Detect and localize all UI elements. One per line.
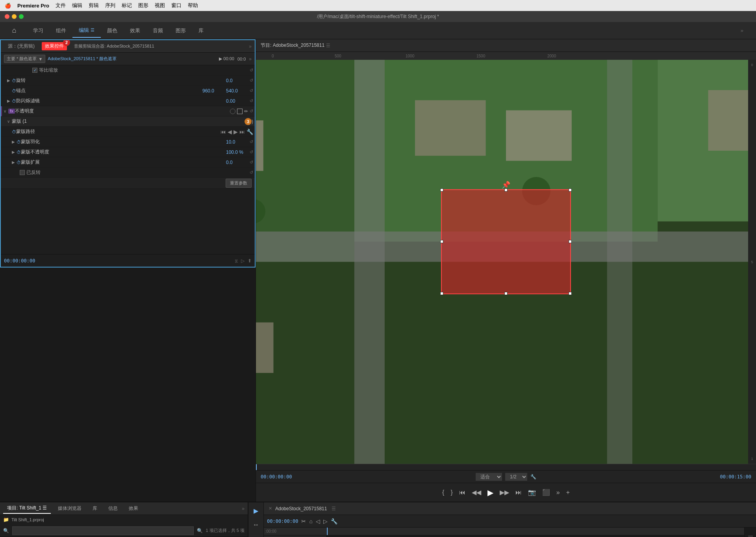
track-select-tool[interactable]: ↔ xyxy=(249,518,263,531)
play-button[interactable]: ▶ xyxy=(486,486,495,499)
menu-sequence[interactable]: 序列 xyxy=(105,2,115,9)
menu-help[interactable]: 帮助 xyxy=(188,2,198,9)
keyframe-icon-rotation[interactable]: ⏱ xyxy=(12,78,16,83)
export-icon[interactable]: ⬆ xyxy=(248,258,252,264)
effects-tab[interactable]: 效果 xyxy=(125,504,142,513)
monitor-time-display[interactable]: 00:00:00:00 xyxy=(261,474,292,480)
menu-window[interactable]: 窗口 xyxy=(171,2,182,9)
handle-bottom[interactable] xyxy=(504,292,508,295)
step-forward-icon[interactable]: ▶▶ xyxy=(498,487,511,498)
fit-dropdown[interactable]: 适合 25% 50% 100% xyxy=(476,473,502,481)
reset-expansion[interactable]: ↺ xyxy=(250,160,253,165)
quality-dropdown[interactable]: 1/2 1/4 Full xyxy=(505,473,527,481)
menu-view[interactable]: 视图 xyxy=(155,2,165,9)
nav-overflow[interactable]: » xyxy=(734,24,750,37)
multi-cam-icon[interactable]: ⬛ xyxy=(541,487,552,498)
reset-feather[interactable]: ↺ xyxy=(250,139,253,144)
mask-opacity-expand[interactable]: ▶ xyxy=(12,150,17,154)
nav-color[interactable]: 颜色 xyxy=(101,24,124,37)
mask-expansion-value[interactable]: 0.0 xyxy=(226,160,250,165)
home-button[interactable]: ⌂ xyxy=(6,23,22,39)
mask-expansion-expand[interactable]: ▶ xyxy=(12,160,17,164)
bracket-in-icon[interactable]: { xyxy=(441,487,446,498)
wrench-icon[interactable]: 🔧 xyxy=(530,474,536,480)
maximize-button[interactable] xyxy=(19,14,24,19)
rotation-value[interactable]: 0.0 xyxy=(226,78,250,83)
app-name[interactable]: Premiere Pro xyxy=(17,3,49,9)
monitor-menu-icon[interactable]: ☰ xyxy=(326,43,330,48)
mask-prev-icon[interactable]: ◀ xyxy=(228,129,232,135)
anchor-y-value[interactable]: 540.0 xyxy=(226,88,250,94)
ripple-edit-tool[interactable]: ↕ xyxy=(249,532,263,537)
menu-graphic[interactable]: 图形 xyxy=(138,2,148,9)
add-keyframe-icon[interactable]: ▷ xyxy=(241,258,245,264)
checkbox-icon[interactable] xyxy=(32,68,37,73)
mask-path-tools[interactable]: ⏮ ◀ ▶ ⏭ 🔧 xyxy=(220,129,253,135)
mask-next-icon[interactable]: ⏭ xyxy=(239,129,245,135)
find-icon[interactable]: 🔍 xyxy=(197,528,203,533)
minimize-button[interactable] xyxy=(12,14,17,19)
nav-library[interactable]: 库 xyxy=(192,24,210,37)
timeline-tool-2[interactable]: ⌂ xyxy=(309,518,312,524)
close-timeline-icon[interactable]: ✕ xyxy=(269,506,272,511)
handle-bottom-left[interactable] xyxy=(440,292,443,295)
handle-top-left[interactable] xyxy=(440,188,443,192)
inverted-checkbox[interactable]: 已反转 xyxy=(20,169,41,176)
bracket-out-icon[interactable]: } xyxy=(449,487,454,498)
media-browser-tab[interactable]: 媒体浏览器 xyxy=(54,504,85,513)
keyframe-icon-feather[interactable]: ⏱ xyxy=(17,140,21,144)
add-marker-icon[interactable]: + xyxy=(565,487,571,498)
main-clip-dropdown[interactable]: 主要 * 颜色遮罩 ▼ xyxy=(4,55,45,63)
library-tab[interactable]: 库 xyxy=(89,504,101,513)
project-overflow[interactable]: » xyxy=(242,506,245,511)
playhead[interactable] xyxy=(256,464,257,470)
nav-edit[interactable]: 编辑 ☰ xyxy=(72,24,101,38)
menu-file[interactable]: 文件 xyxy=(56,2,66,9)
flicker-value[interactable]: 0.00 xyxy=(226,98,250,104)
project-search-input[interactable] xyxy=(12,526,194,535)
reset-flicker[interactable]: ↺ xyxy=(250,98,253,103)
timeline-tool-wrench[interactable]: 🔧 xyxy=(331,518,337,524)
monitor-playback-bar[interactable] xyxy=(256,464,756,470)
info-tab[interactable]: 信息 xyxy=(104,504,122,513)
keyframe-icon-mask-path[interactable]: ⏱ xyxy=(12,129,16,134)
timeline-tool-4[interactable]: ▷ xyxy=(323,518,328,524)
opacity-rect-icon[interactable] xyxy=(237,109,243,114)
mask-expand[interactable]: ∨ xyxy=(7,119,12,124)
filter-icon[interactable]: ⧖ xyxy=(235,258,238,264)
tab-source[interactable]: 源：(无剪辑) xyxy=(4,41,39,51)
keyframe-icon-mask-opacity[interactable]: ⏱ xyxy=(17,150,21,155)
more-controls-icon[interactable]: » xyxy=(555,487,561,498)
select-tool[interactable]: ▶ xyxy=(249,504,263,517)
reset-anchor[interactable]: ↺ xyxy=(250,88,253,93)
reset-opacity[interactable]: ↺ xyxy=(250,109,253,114)
timeline-tool-3[interactable]: ◁ xyxy=(316,518,320,524)
nav-audio[interactable]: 音频 xyxy=(146,24,169,37)
timeline-menu-icon[interactable]: ☰ xyxy=(332,506,336,511)
handle-left[interactable] xyxy=(440,240,443,243)
tab-audio-mixer[interactable]: 音频剪辑混合器: AdobeStock_205715811 xyxy=(70,42,158,51)
mask-feather-expand[interactable]: ▶ xyxy=(12,140,17,144)
track-v4-area[interactable] xyxy=(327,535,744,537)
reset-mask-opacity[interactable]: ↺ xyxy=(250,149,253,155)
keyframe-icon-anchor[interactable]: ⏱ xyxy=(12,89,16,93)
handle-bottom-right[interactable] xyxy=(569,292,572,295)
opacity-circle-icon[interactable] xyxy=(230,109,235,114)
mask-opacity-value[interactable]: 100.0 % xyxy=(226,149,250,155)
opacity-expand[interactable]: ∨ xyxy=(4,109,8,113)
menu-clip[interactable]: 剪辑 xyxy=(89,2,99,9)
nav-graphics[interactable]: 图形 xyxy=(169,24,192,37)
timeline-tracks[interactable]: fx 颜色遮 1 Adobe Nested xyxy=(327,528,744,537)
panel-overflow-btn[interactable]: » xyxy=(249,44,252,49)
nav-effects[interactable]: 效果 xyxy=(124,24,146,37)
rotation-expand[interactable]: ▶ xyxy=(7,78,12,83)
go-to-out-icon[interactable]: ⏭ xyxy=(514,487,523,498)
timeline-tool-1[interactable]: ✂ xyxy=(301,518,306,524)
overflow-btn[interactable]: » xyxy=(249,56,252,62)
keyframe-icon-flicker[interactable]: ⏱ xyxy=(12,99,16,103)
mask-first-icon[interactable]: ⏮ xyxy=(220,129,226,135)
reset-rotation[interactable]: ↺ xyxy=(250,78,253,83)
close-button[interactable] xyxy=(5,14,9,19)
anchor-x-value[interactable]: 960.0 xyxy=(202,88,226,94)
mask-play-icon[interactable]: ▶ xyxy=(233,129,238,135)
